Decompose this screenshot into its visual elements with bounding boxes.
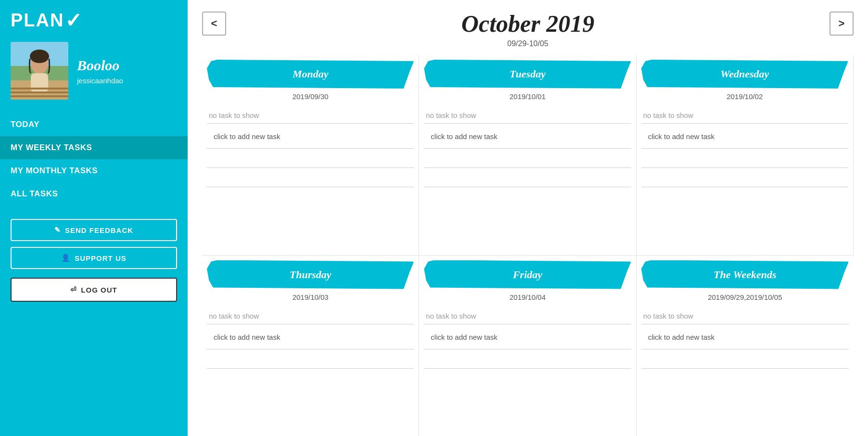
add-task-wednesday[interactable]: click to add new task <box>641 128 848 149</box>
task-divider-monday-1 <box>207 123 414 124</box>
day-name-wednesday: Wednesday <box>720 68 769 80</box>
support-us-button[interactable]: 👤 SUPPORT US <box>11 247 177 269</box>
add-task-thursday[interactable]: click to add new task <box>207 329 414 349</box>
day-name-tuesday: Tuesday <box>510 68 546 80</box>
day-col-monday: Monday 2019/09/30 no task to show click … <box>202 55 419 255</box>
logout-button[interactable]: ⏎ LOG OUT <box>11 278 177 302</box>
day-header-weekends: The Weekends <box>641 260 849 289</box>
logo-checkmark: ✓ <box>65 9 82 32</box>
add-task-weekends[interactable]: click to add new task <box>641 329 849 349</box>
day-date-tuesday: 2019/10/01 <box>419 89 636 107</box>
task-divider-wednesday-1 <box>641 123 848 124</box>
task-empty-weekends-1 <box>641 354 849 369</box>
profile-username: jessicaanhdao <box>77 77 123 85</box>
no-task-monday: no task to show <box>202 107 419 123</box>
task-divider-friday-1 <box>424 324 631 324</box>
days-grid: Monday 2019/09/30 no task to show click … <box>202 55 854 436</box>
send-feedback-button[interactable]: ✎ SEND FEEDBACK <box>11 219 177 241</box>
day-header-tuesday: Tuesday <box>424 60 631 89</box>
logo-container: PLAN✓ <box>0 0 188 37</box>
task-divider-tuesday-1 <box>424 123 631 124</box>
day-date-wednesday: 2019/10/02 <box>637 89 853 107</box>
logout-icon: ⏎ <box>70 285 77 294</box>
day-col-wednesday: Wednesday 2019/10/02 no task to show cli… <box>637 55 854 255</box>
support-icon: 👤 <box>61 254 71 262</box>
profile-name: Booloo <box>77 57 123 74</box>
feedback-label: SEND FEEDBACK <box>65 226 133 234</box>
sidebar-item-weekly[interactable]: MY WEEKLY TASKS <box>0 136 188 159</box>
task-empty-thursday-1 <box>207 354 414 369</box>
day-header-wednesday: Wednesday <box>641 60 848 89</box>
task-divider-thursday-1 <box>207 324 414 324</box>
avatar <box>11 42 68 100</box>
month-title: October 2019 <box>226 10 830 38</box>
task-empty-wednesday-2 <box>641 173 848 187</box>
day-date-weekends: 2019/09/29,2019/10/05 <box>637 289 854 308</box>
day-header-thursday: Thursday <box>207 260 414 289</box>
next-week-button[interactable]: > <box>830 12 854 36</box>
sidebar-item-all[interactable]: All TASKS <box>0 182 188 205</box>
day-header-friday: Friday <box>424 260 631 289</box>
add-task-friday[interactable]: click to add new task <box>424 329 631 349</box>
svg-rect-7 <box>11 91 68 93</box>
task-empty-tuesday-2 <box>424 173 631 187</box>
day-header-monday: Monday <box>207 60 414 89</box>
svg-rect-8 <box>11 95 68 97</box>
task-empty-friday-1 <box>424 354 631 369</box>
add-task-tuesday[interactable]: click to add new task <box>424 128 631 149</box>
profile-section: Booloo jessicaanhdao <box>0 37 188 108</box>
day-date-thursday: 2019/10/03 <box>202 289 419 308</box>
calendar-header: < October 2019 > <box>202 0 854 39</box>
logo-text: PLAN <box>11 10 64 31</box>
day-date-friday: 2019/10/04 <box>419 289 636 308</box>
task-empty-tuesday-1 <box>424 154 631 168</box>
prev-week-button[interactable]: < <box>202 12 226 36</box>
task-empty-wednesday-1 <box>641 154 848 168</box>
no-task-thursday: no task to show <box>202 308 419 324</box>
day-col-weekends: The Weekends 2019/09/29,2019/10/05 no ta… <box>637 255 854 436</box>
feedback-icon: ✎ <box>54 226 61 234</box>
task-empty-monday-2 <box>207 173 414 187</box>
svg-point-5 <box>30 50 49 63</box>
task-divider-weekends-1 <box>641 324 849 324</box>
day-col-friday: Friday 2019/10/04 no task to show click … <box>419 255 636 436</box>
no-task-wednesday: no task to show <box>637 107 853 123</box>
sidebar-item-today[interactable]: TODAY <box>0 113 188 136</box>
main-content: < October 2019 > 09/29-10/05 Monday 2019… <box>188 0 868 436</box>
no-task-weekends: no task to show <box>637 308 854 324</box>
day-name-thursday: Thursday <box>290 269 332 281</box>
sidebar-buttons: ✎ SEND FEEDBACK 👤 SUPPORT US <box>0 210 188 278</box>
support-label: SUPPORT US <box>75 254 127 262</box>
profile-info: Booloo jessicaanhdao <box>77 57 123 85</box>
day-col-thursday: Thursday 2019/10/03 no task to show clic… <box>202 255 419 436</box>
no-task-tuesday: no task to show <box>419 107 636 123</box>
logout-label: LOG OUT <box>81 286 117 294</box>
day-name-friday: Friday <box>513 269 542 281</box>
add-task-monday[interactable]: click to add new task <box>207 128 414 149</box>
no-task-friday: no task to show <box>419 308 636 324</box>
sidebar-nav: TODAY MY WEEKLY TASKS MY MONTHLY TASKS A… <box>0 113 188 205</box>
week-range: 09/29-10/05 <box>202 39 854 55</box>
day-date-monday: 2019/09/30 <box>202 89 419 107</box>
sidebar-item-monthly[interactable]: MY MONTHLY TASKS <box>0 159 188 182</box>
sidebar: PLAN✓ Booloo jess <box>0 0 188 436</box>
svg-rect-6 <box>11 88 68 90</box>
task-empty-monday-1 <box>207 154 414 168</box>
day-name-monday: Monday <box>293 68 329 80</box>
day-name-weekends: The Weekends <box>714 269 777 281</box>
day-col-tuesday: Tuesday 2019/10/01 no task to show click… <box>419 55 636 255</box>
